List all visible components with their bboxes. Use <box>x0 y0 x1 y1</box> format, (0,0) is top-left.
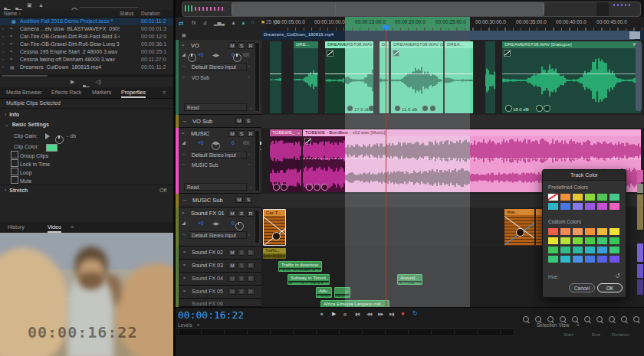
clip-mute-icon[interactable] <box>429 105 436 112</box>
color-swatch[interactable] <box>548 194 558 201</box>
audio-clip-vo-selected[interactable]: DREAMERST08.WAV ... 17.6 dB <box>325 41 373 113</box>
volume-envelope[interactable] <box>391 73 443 74</box>
dialog-titlebar[interactable]: Track Color <box>543 170 626 181</box>
zoom-selection-left-icon[interactable] <box>596 312 603 325</box>
lock-in-time-checkbox[interactable]: Lock in Time <box>11 159 50 167</box>
color-swatch[interactable] <box>597 203 607 210</box>
solo-button[interactable]: S <box>238 42 245 49</box>
move-tool-icon[interactable]: ⇄ <box>179 20 184 27</box>
track-color-strip-music[interactable] <box>176 128 179 194</box>
fx-icon[interactable]: fx <box>192 20 196 25</box>
reset-hue-icon[interactable]: ↺ <box>615 273 620 279</box>
solo-button[interactable]: S <box>238 130 245 137</box>
track-color-strip-vo[interactable] <box>176 40 179 115</box>
color-swatch[interactable] <box>585 247 595 253</box>
color-swatch[interactable] <box>548 256 558 263</box>
panel-menu-icon[interactable]: ≡ <box>197 322 200 328</box>
color-swatch[interactable] <box>585 203 595 210</box>
fade-handle-icon[interactable] <box>504 50 511 57</box>
track-name-sfx2[interactable]: Sound FX 02 <box>192 250 223 255</box>
track-color-strip-sfx6[interactable] <box>176 299 179 307</box>
audio-clip-vo[interactable] <box>485 41 495 113</box>
color-swatch[interactable] <box>610 228 619 235</box>
session-timecode[interactable]: 00:00:16:22 <box>178 309 244 321</box>
expand-chevron[interactable]: › <box>2 57 4 61</box>
tab-media-browser[interactable]: Media Browser <box>6 90 42 95</box>
clip-fx-icon[interactable] <box>314 184 320 191</box>
tab-history[interactable]: History <box>8 224 25 230</box>
histogram-icon[interactable]: ▂▅▃ <box>214 20 225 25</box>
clip-gain-knob[interactable] <box>55 136 64 144</box>
mute-button[interactable]: M <box>235 196 243 203</box>
color-swatch[interactable] <box>573 228 583 235</box>
color-swatch[interactable] <box>585 256 595 263</box>
timeline-ruler[interactable]: 25 fps 00:00:05:00.0 00:00:10:00.0 00:00… <box>264 17 644 31</box>
mute-button[interactable]: M <box>228 210 236 217</box>
expand-chevron[interactable]: › <box>2 41 4 46</box>
cancel-button[interactable]: Cancel <box>569 283 595 292</box>
magnet-snap-icon[interactable]: ∩ <box>251 19 255 24</box>
playhead-line[interactable] <box>386 31 386 307</box>
tab-properties[interactable]: Properties <box>121 90 146 98</box>
track-name-vo[interactable]: VO <box>191 42 199 49</box>
skip-to-start-button[interactable]: ▮◀ <box>355 312 359 316</box>
sfx-clip-car[interactable]: Car-T... <box>263 209 286 246</box>
track-name-music[interactable]: MUSIC <box>191 130 209 137</box>
overview-viewport[interactable] <box>232 2 544 16</box>
solo-button[interactable]: S <box>245 196 252 203</box>
file-row[interactable]: ›≈ Cessna 195 Engine Start_2 48000 3.wav… <box>0 48 173 56</box>
input-selector[interactable]: Default Stereo Input <box>189 63 247 70</box>
razor-tool-icon[interactable]: ⊿ <box>202 20 207 26</box>
file-row[interactable]: ›≈ Car-Tire-OB-Gravel-Dirt-Roll-Slow-Lon… <box>0 41 173 48</box>
expand-chevron[interactable]: › <box>2 64 4 69</box>
color-swatch[interactable] <box>597 194 607 201</box>
volume-envelope[interactable] <box>294 73 318 74</box>
tab-video[interactable]: Video <box>48 224 61 233</box>
basic-settings-header[interactable]: ⌄ Basic Settings <box>5 122 49 128</box>
search-input[interactable] <box>80 7 138 8</box>
color-swatch[interactable] <box>573 237 583 244</box>
snap-triangle-icon[interactable]: ▲ <box>241 20 246 25</box>
input-selector[interactable]: Default Stereo Input <box>189 151 247 158</box>
clip-fx-icon[interactable] <box>422 105 429 112</box>
volume-knob[interactable] <box>235 222 244 230</box>
track-name-music-sub[interactable]: MUSIC Sub <box>192 197 223 204</box>
volume-envelope[interactable] <box>502 73 641 74</box>
skip-to-end-button[interactable]: ▶▮ <box>389 312 393 316</box>
track-content-sfx6[interactable] <box>261 299 644 307</box>
rewind-button[interactable]: ◀◀ <box>366 312 371 316</box>
audio-clip-vo[interactable] <box>270 41 281 113</box>
mute-checkbox[interactable]: Mute <box>11 176 32 184</box>
clip-fx-icon[interactable] <box>281 184 288 191</box>
ok-button[interactable]: OK <box>597 283 623 292</box>
scrollbar-thumb[interactable] <box>2 75 48 77</box>
color-swatch[interactable] <box>560 194 570 201</box>
solo-button[interactable]: S <box>238 262 245 269</box>
color-swatch[interactable] <box>573 247 583 253</box>
color-swatch[interactable] <box>610 194 619 201</box>
preview-play-icon[interactable]: ▶ <box>71 79 74 85</box>
audio-clip-vo-dialogue[interactable]: DREAMERST08.WAV [Dialogue] Fa 18.0 dB <box>502 41 641 113</box>
volume-envelope[interactable] <box>303 158 641 159</box>
record-button[interactable]: ● <box>401 310 405 317</box>
color-swatch[interactable] <box>597 228 607 235</box>
color-swatch[interactable] <box>610 247 619 253</box>
sfx-clip[interactable]: ⌄ <box>334 287 350 298</box>
file-row[interactable]: ›≈ Car-Tire-OB-Gravel-Dirt-Roll-Fast-Ski… <box>0 33 173 41</box>
file-row[interactable]: ›≈ Camera ...ely slow_BLASTWAVEFX_09092 … <box>0 25 173 33</box>
expand-chevron[interactable]: › <box>2 26 4 31</box>
track-name-sfx3[interactable]: Sound FX 03 <box>192 263 223 268</box>
color-swatch[interactable] <box>610 203 619 210</box>
color-swatch[interactable] <box>560 203 570 210</box>
speaker-icon[interactable]: ◁) <box>95 79 101 85</box>
mute-button[interactable]: M <box>228 288 236 295</box>
mute-button[interactable]: M <box>228 275 236 282</box>
track-name-vo-sub[interactable]: VO Sub <box>192 118 212 125</box>
tab-markers[interactable]: Markers <box>92 90 111 95</box>
expand-chevron[interactable]: › <box>2 34 4 38</box>
solo-button[interactable]: S <box>238 288 245 295</box>
track-content-vo-sub[interactable] <box>261 115 644 129</box>
levels-panel-label[interactable]: Levels <box>178 322 192 328</box>
color-swatch[interactable] <box>585 228 595 235</box>
record-arm-button[interactable]: R <box>247 288 255 295</box>
